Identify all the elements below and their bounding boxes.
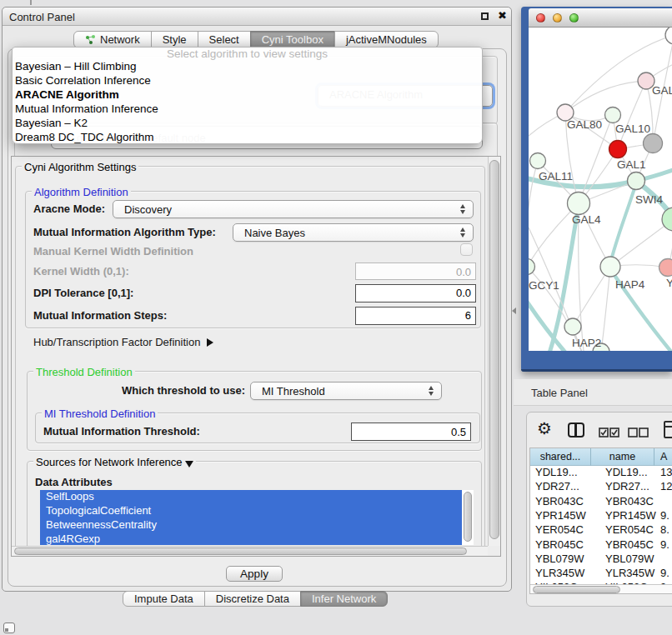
- control-panel-titlebar[interactable]: Control Panel ✖: [3, 8, 511, 26]
- table-cell: YDR27...: [605, 480, 649, 494]
- table-header-row[interactable]: shared... name A: [530, 448, 672, 466]
- attributes-scrollbar[interactable]: [462, 490, 474, 545]
- network-node-label: HAP2: [572, 337, 601, 349]
- algorithm-option[interactable]: ARACNE Algorithm: [13, 88, 482, 102]
- table-row[interactable]: YBR043CYBR043C: [530, 495, 672, 509]
- network-edge[interactable]: [610, 219, 672, 267]
- table-cell: 9.: [660, 567, 669, 581]
- table-panel-title: Table Panel: [531, 387, 588, 399]
- table-cell: YPR145W: [605, 509, 656, 523]
- algorithm-option[interactable]: Dream8 DC_TDC Algorithm: [13, 131, 482, 145]
- kernel-width-field[interactable]: 0.0: [355, 262, 476, 280]
- network-node[interactable]: [665, 28, 672, 44]
- algorithm-option[interactable]: Bayesian – K2: [13, 117, 482, 131]
- table-cell: YER054C: [535, 523, 584, 538]
- network-node[interactable]: [564, 318, 581, 335]
- bottom-tab-impute-data[interactable]: Impute Data: [123, 591, 205, 607]
- table-cell: 12: [660, 480, 672, 494]
- manual-kernel-width-checkbox[interactable]: [460, 243, 473, 256]
- mi-threshold-label: Mutual Information Threshold:: [43, 425, 200, 438]
- select-all-icon[interactable]: [599, 426, 619, 441]
- table-row[interactable]: YDR27...YDR27...12: [530, 480, 672, 494]
- table-cell: YDL19...: [535, 466, 578, 480]
- apply-button[interactable]: Apply: [226, 566, 283, 582]
- which-threshold-combo[interactable]: MI Threshold: [250, 382, 442, 400]
- expanded-arrow-icon: [185, 461, 193, 468]
- data-attributes-label: Data Attributes: [35, 476, 113, 488]
- aracne-mode-combo[interactable]: Discovery: [113, 200, 474, 218]
- network-node[interactable]: [568, 192, 590, 215]
- close-traffic-light[interactable]: [536, 13, 545, 22]
- table-cell: YPR145W: [535, 509, 586, 523]
- mi-algorithm-type-label: Mutual Information Algorithm Type:: [33, 226, 216, 238]
- network-edge-thick[interactable]: [610, 183, 636, 264]
- tab-network[interactable]: Network: [73, 31, 152, 48]
- tab-select[interactable]: Select: [198, 31, 251, 48]
- control-panel-title: Control Panel: [9, 11, 75, 23]
- network-titlebar[interactable]: [529, 8, 672, 28]
- table-row[interactable]: YER054CYER054C8.: [530, 523, 672, 538]
- data-attributes-list[interactable]: SelfLoopsTopologicalCoefficientBetweenne…: [40, 490, 462, 545]
- network-node-label: GAL80: [567, 118, 602, 131]
- network-view-window: GALGAL80GAL10GAL1GAL11SWI4GAL4HAP4YGCY1H…: [521, 7, 672, 372]
- new-table-icon[interactable]: [664, 421, 672, 438]
- splitter-collapse-icon[interactable]: [512, 308, 516, 314]
- network-node-label: GAL: [652, 84, 672, 97]
- gear-icon[interactable]: ⚙: [537, 418, 552, 438]
- minimize-traffic-light[interactable]: [553, 13, 562, 22]
- bottom-tab-infer-network[interactable]: Infer Network: [300, 591, 388, 607]
- table-hscrollbar[interactable]: [530, 584, 672, 594]
- dpi-tolerance-field[interactable]: 0.0: [355, 284, 476, 302]
- tab-cyni-toolbox[interactable]: Cyni Toolbox: [250, 31, 335, 48]
- mi-threshold-field[interactable]: 0.5: [351, 422, 471, 441]
- hub-definition-toggle[interactable]: Hub/Transcription Factor Definition: [33, 336, 213, 348]
- network-node[interactable]: [628, 172, 645, 190]
- network-node[interactable]: [659, 259, 672, 277]
- table-row[interactable]: YBL079WYBL079W: [530, 552, 672, 567]
- table-panel-container: ⚙ shared... name A YDL19...YDL19...13YDR…: [526, 412, 672, 607]
- table-row[interactable]: YPR145WYPR145W9.: [530, 509, 672, 523]
- tab-style[interactable]: Style: [151, 31, 198, 48]
- network-edge[interactable]: [618, 81, 646, 149]
- algorithm-option[interactable]: Mutual Information Inference: [13, 102, 482, 117]
- network-node-label: GAL11: [539, 170, 573, 182]
- table-cell: YBL079W: [605, 552, 654, 567]
- attribute-item[interactable]: gal4RGexp: [40, 532, 462, 545]
- zoom-traffic-light[interactable]: [569, 13, 579, 22]
- network-node[interactable]: [605, 108, 621, 123]
- network-node[interactable]: [530, 153, 546, 169]
- bottom-tab-discretize-data[interactable]: Discretize Data: [204, 591, 301, 607]
- network-canvas[interactable]: GALGAL80GAL10GAL1GAL11SWI4GAL4HAP4YGCY1H…: [529, 28, 672, 351]
- table-row[interactable]: YLR345WYLR345W9.: [530, 567, 672, 581]
- cytopanel-icon[interactable]: [3, 622, 15, 633]
- settings-hscrollbar[interactable]: [12, 546, 488, 557]
- columns-icon[interactable]: [568, 422, 584, 438]
- network-node[interactable]: [644, 134, 663, 153]
- network-node[interactable]: [662, 208, 672, 231]
- mi-algorithm-type-combo[interactable]: Naive Bayes: [233, 223, 474, 242]
- table-cell: YBR043C: [605, 495, 654, 509]
- network-node[interactable]: [529, 259, 535, 275]
- close-icon[interactable]: ✖: [498, 9, 507, 22]
- network-node[interactable]: [600, 257, 620, 277]
- algorithm-option[interactable]: Bayesian – Hill Climbing: [13, 60, 482, 74]
- cyni-algorithm-settings-title: Cyni Algorithm Settings: [22, 161, 138, 173]
- mi-steps-field[interactable]: 6: [355, 307, 476, 325]
- algorithm-option[interactable]: Basic Correlation Inference: [13, 74, 482, 88]
- dpi-tolerance-label: DPI Tolerance [0,1]:: [33, 287, 133, 299]
- float-icon[interactable]: [481, 12, 489, 20]
- attribute-item[interactable]: BetweennessCentrality: [40, 518, 462, 532]
- algorithm-definition-title: Algorithm Definition: [32, 186, 131, 198]
- table-cell: YDR27...: [535, 480, 579, 494]
- table-row[interactable]: YBR045CYBR045C9.: [530, 538, 672, 552]
- network-node-label: HAP4: [615, 278, 645, 291]
- table-row[interactable]: YDL19...YDL19...13: [530, 466, 672, 480]
- table-cell: YLR345W: [605, 567, 654, 581]
- collapsed-arrow-icon: [207, 338, 213, 347]
- attribute-item[interactable]: SelfLoops: [40, 490, 462, 504]
- network-node[interactable]: [609, 141, 627, 158]
- tab-jactivemnodules[interactable]: jActiveMNodules: [334, 31, 439, 48]
- settings-vscrollbar[interactable]: [488, 157, 501, 546]
- attribute-item[interactable]: TopologicalCoefficient: [40, 504, 462, 518]
- unselect-all-icon[interactable]: [628, 426, 649, 441]
